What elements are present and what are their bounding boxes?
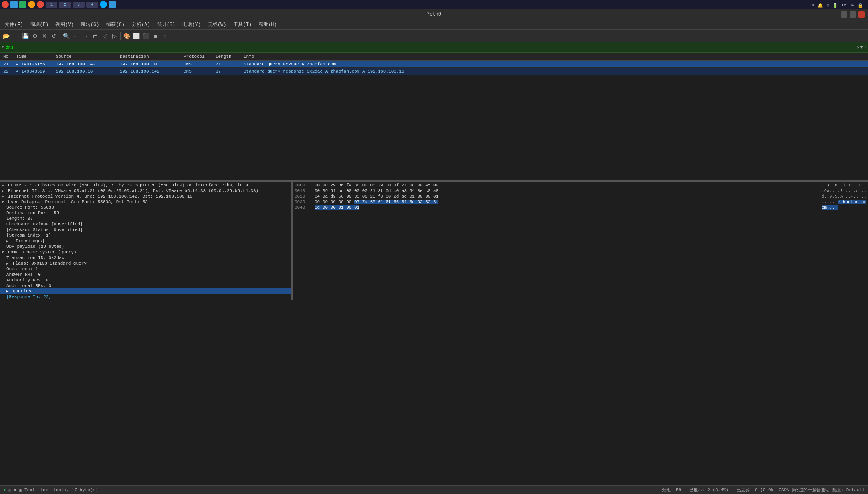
detail-dns-label: Domain Name System (query) bbox=[8, 250, 77, 255]
detail-queries-label: Queries bbox=[13, 289, 31, 294]
packet-dst-21: 192.168.100.10 bbox=[120, 62, 184, 67]
hex-offset-3: 0030 bbox=[295, 200, 315, 204]
taskbar-item-2[interactable]: 2 bbox=[59, 2, 71, 8]
col-header-time[interactable]: Time bbox=[16, 54, 56, 59]
tray-icon-2: 🔔 bbox=[818, 3, 823, 8]
detail-authority-rrs-label: Authority RRs: 0 bbox=[6, 278, 49, 283]
toolbar-back-btn[interactable]: ← bbox=[71, 32, 80, 40]
detail-checksum[interactable]: Checksum: 0xf800 [unverified] bbox=[0, 221, 291, 227]
hex-offset-1: 0010 bbox=[295, 188, 315, 193]
toolbar-more-btn[interactable]: ≡ bbox=[161, 32, 169, 40]
toolbar-capture-opts-btn[interactable]: ⚙ bbox=[30, 32, 39, 40]
menu-item-help[interactable]: 帮助(H) bbox=[256, 20, 280, 29]
detail-questions[interactable]: Questions: 1 bbox=[0, 266, 291, 272]
menu-item-go[interactable]: 跳转(G) bbox=[78, 20, 103, 29]
detail-txid[interactable]: Transaction ID: 0x2dac bbox=[0, 255, 291, 261]
menu-item-wireless[interactable]: 无线(W) bbox=[205, 20, 230, 29]
col-header-source[interactable]: Source bbox=[56, 54, 120, 59]
menu-item-analyze[interactable]: 分析(A) bbox=[129, 20, 153, 29]
detail-response-in[interactable]: [Response In: 22] bbox=[0, 294, 291, 300]
detail-authority-rrs[interactable]: Authority RRs: 0 bbox=[0, 277, 291, 283]
toolbar-find-btn[interactable]: ⇄ bbox=[91, 32, 99, 40]
packet-len-22: 87 bbox=[216, 69, 244, 74]
hex-offset-0: 0000 bbox=[295, 183, 315, 188]
toolbar-stop-btn[interactable]: ⬛ bbox=[141, 32, 150, 40]
app-icon-3[interactable] bbox=[19, 1, 26, 8]
col-header-info[interactable]: Info bbox=[244, 54, 868, 59]
packet-list-area[interactable]: 21 4.140126156 192.168.100.142 192.168.1… bbox=[0, 61, 868, 180]
menu-item-tools[interactable]: 工具(T) bbox=[230, 20, 255, 29]
app-icon-5[interactable] bbox=[37, 1, 44, 8]
detail-response-in-label: [Response In: 22] bbox=[6, 294, 51, 299]
wireshark-icon[interactable] bbox=[100, 1, 107, 8]
detail-answer-rrs[interactable]: Answer RRs: 0 bbox=[0, 272, 291, 277]
detail-ethernet[interactable]: ▶ Ethernet II, Src: VMware_00:af:21 (00:… bbox=[0, 188, 291, 194]
tray-icon-3: ⚙ bbox=[826, 3, 829, 8]
hex-bytes-0: 00 0c 29 b6 f4 38 00 0c 29 00 af 21 08 0… bbox=[315, 183, 818, 188]
toolbar-reload-btn[interactable]: ↺ bbox=[50, 32, 58, 40]
col-header-len[interactable]: Length bbox=[216, 54, 244, 59]
detail-udp-payload[interactable]: UDP payload (29 bytes) bbox=[0, 244, 291, 249]
detail-ip-label: Internet Protocol Version 4, Src: 192.16… bbox=[8, 194, 192, 199]
menu-item-edit[interactable]: 编辑(E) bbox=[27, 20, 52, 29]
detail-checksum-status[interactable]: [Checksum Status: Unverified] bbox=[0, 227, 291, 233]
toolbar-zoom-btn[interactable]: ⬜ bbox=[132, 32, 141, 40]
minimize-button[interactable] bbox=[841, 11, 847, 18]
filter-add-btn[interactable]: + bbox=[864, 45, 866, 50]
filter-expand-btn[interactable]: ▼ bbox=[860, 45, 863, 50]
taskbar-item-1[interactable]: 1 bbox=[46, 2, 57, 8]
close-button[interactable] bbox=[858, 11, 865, 18]
filter-input[interactable] bbox=[6, 45, 855, 50]
app-icon-1[interactable] bbox=[2, 1, 9, 8]
packet-row-21[interactable]: 21 4.140126156 192.168.100.142 192.168.1… bbox=[0, 61, 868, 68]
menu-item-stats[interactable]: 统计(S) bbox=[154, 20, 179, 29]
detail-pane: ▶ Frame 21: 71 bytes on wire (568 bits),… bbox=[0, 182, 291, 300]
app-icon-2[interactable] bbox=[10, 1, 18, 8]
toolbar-new-btn[interactable]: ▫ bbox=[11, 32, 20, 40]
packet-no-21: 21 bbox=[0, 62, 16, 67]
detail-flags[interactable]: ▶ Flags: 0x0100 Standard query bbox=[0, 261, 291, 266]
toolbar-search-btn[interactable]: 🔍 bbox=[62, 32, 71, 40]
filter-clear-btn[interactable]: ✕ bbox=[857, 45, 860, 50]
taskbar-item-3[interactable]: 3 bbox=[73, 2, 85, 8]
detail-src-port[interactable]: Source Port: 55638 bbox=[0, 205, 291, 210]
col-header-proto[interactable]: Protocol bbox=[184, 54, 216, 59]
toolbar-fwd-btn[interactable]: → bbox=[81, 32, 90, 40]
detail-queries[interactable]: ▶ Queries bbox=[0, 288, 291, 294]
menu-item-file[interactable]: 文件(F) bbox=[2, 20, 26, 29]
toolbar-close-btn[interactable]: ✕ bbox=[40, 32, 49, 40]
detail-stream-index[interactable]: [Stream index: 1] bbox=[0, 233, 291, 238]
detail-ip[interactable]: ▶ Internet Protocol Version 4, Src: 192.… bbox=[0, 194, 291, 199]
detail-dst-port[interactable]: Destination Port: 53 bbox=[0, 210, 291, 216]
toolbar-save-btn[interactable]: 💾 bbox=[21, 32, 30, 40]
wireshark-icon-2[interactable] bbox=[109, 1, 116, 8]
hex-row-0000: 0000 00 0c 29 b6 f4 38 00 0c 29 00 af 21… bbox=[293, 182, 868, 188]
col-header-no[interactable]: No. bbox=[0, 54, 16, 59]
detail-additional-rrs[interactable]: Additional RRs: 0 bbox=[0, 283, 291, 288]
col-header-dest[interactable]: Destination bbox=[120, 54, 184, 59]
tray-icon-4: 🔋 bbox=[832, 3, 838, 8]
toolbar-prev-btn[interactable]: ◁ bbox=[100, 32, 109, 40]
detail-timestamps[interactable]: ▶ [Timestamps] bbox=[0, 238, 291, 244]
toolbar-restart-btn[interactable]: ■ bbox=[151, 32, 160, 40]
detail-frame[interactable]: ▶ Frame 21: 71 bytes on wire (568 bits),… bbox=[0, 182, 291, 188]
detail-length[interactable]: Length: 37 bbox=[0, 216, 291, 221]
detail-dns[interactable]: ▼ Domain Name System (query) bbox=[0, 249, 291, 255]
toolbar-open-btn[interactable]: 📂 bbox=[2, 32, 10, 40]
toolbar-colorize-btn[interactable]: 🎨 bbox=[122, 32, 131, 40]
bottom-split: ▶ Frame 21: 71 bytes on wire (568 bits),… bbox=[0, 182, 868, 300]
tray-icon-1: ■ bbox=[812, 3, 815, 8]
menu-item-phone[interactable]: 电话(Y) bbox=[179, 20, 204, 29]
toolbar: 📂 ▫ 💾 ⚙ ✕ ↺ 🔍 ← → ⇄ ◁ ▷ 🎨 ⬜ ⬛ ■ ≡ bbox=[0, 30, 868, 42]
maximize-button[interactable] bbox=[850, 11, 856, 18]
packet-list-header: No. Time Source Destination Protocol Len… bbox=[0, 53, 868, 61]
taskbar-item-4[interactable]: 4 bbox=[86, 2, 98, 8]
expand-icon-ip: ▶ bbox=[2, 195, 4, 199]
packet-row-22[interactable]: 22 4.140343529 192.168.100.10 192.168.10… bbox=[0, 68, 868, 75]
hex-row-0040: 0040 6d 00 00 01 00 01 om.... bbox=[293, 205, 868, 210]
toolbar-next-btn[interactable]: ▷ bbox=[110, 32, 119, 40]
menu-item-view[interactable]: 视图(V) bbox=[52, 20, 77, 29]
app-icon-4[interactable] bbox=[28, 1, 35, 8]
detail-udp[interactable]: ▼ User Datagram Protocol, Src Port: 5563… bbox=[0, 199, 291, 205]
menu-item-capture[interactable]: 捕获(C) bbox=[103, 20, 128, 29]
